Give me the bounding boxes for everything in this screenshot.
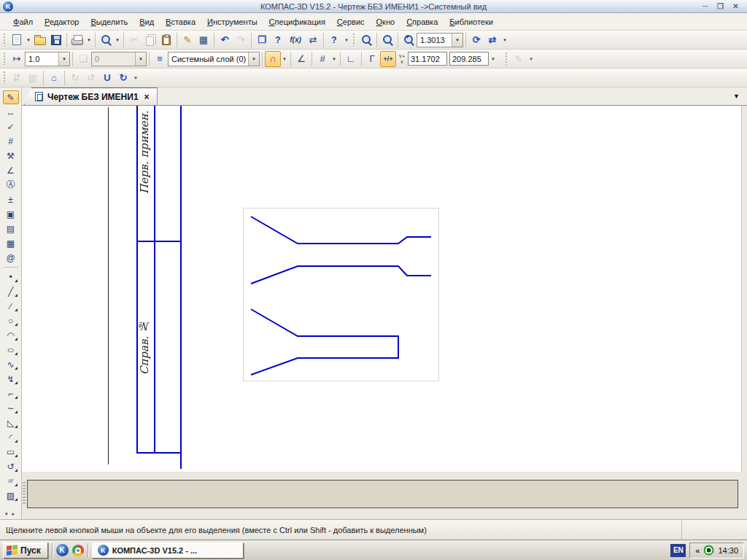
menu-help[interactable]: Справка: [400, 15, 444, 29]
drawing-canvas[interactable]: Перв. примен. Справ. №: [22, 106, 742, 472]
menu-tools[interactable]: Инструменты: [201, 15, 263, 29]
new-document-dropdown[interactable]: ▾: [25, 32, 32, 48]
layers-manager-button[interactable]: ≡: [152, 51, 168, 67]
tool-insertions[interactable]: @: [3, 251, 19, 265]
toolbar-overflow-button[interactable]: ▾: [527, 51, 535, 67]
zoom-scale-combo[interactable]: 1.3013 ▾: [417, 33, 463, 47]
update-links-button[interactable]: U: [99, 70, 115, 86]
frame-line-vertical-2[interactable]: [154, 106, 155, 454]
chevron-down-icon[interactable]: ▾: [248, 52, 259, 66]
menu-view[interactable]: Вид: [133, 15, 160, 29]
chevron-down-icon[interactable]: ▾: [58, 52, 69, 66]
menu-specification[interactable]: Спецификация: [263, 15, 331, 29]
menu-file[interactable]: Файл: [7, 15, 39, 29]
tool-selection[interactable]: ±: [3, 192, 19, 206]
tray-chevron-icon[interactable]: «: [695, 546, 700, 555]
menu-insert[interactable]: Вставка: [160, 15, 201, 29]
zoom-in-button[interactable]: +: [400, 32, 417, 48]
tool-geometry[interactable]: ✎: [3, 90, 19, 104]
properties-button[interactable]: ▦: [196, 32, 212, 48]
tool-continuous-input[interactable]: ⌐: [3, 386, 19, 400]
toolbar-grip[interactable]: [352, 34, 355, 46]
menu-select[interactable]: Выделить: [85, 15, 133, 29]
lower-profile-line[interactable]: [251, 309, 398, 375]
tool-measure[interactable]: Ⓐ: [3, 178, 19, 192]
menu-editor[interactable]: Редактор: [39, 15, 85, 29]
snap-magnet-dropdown[interactable]: ▾: [281, 51, 288, 67]
upper-profile-top-line[interactable]: [251, 217, 431, 244]
minimize-icon[interactable]: ─: [700, 2, 711, 10]
save-button[interactable]: [48, 32, 64, 48]
tool-hatch[interactable]: ▨: [3, 489, 19, 502]
snap-magnet-button[interactable]: ∩: [265, 51, 281, 67]
tool-views[interactable]: ▣: [3, 207, 19, 221]
local-cs-button[interactable]: ∟: [343, 51, 359, 67]
toolbar-overflow-button[interactable]: ▾: [500, 32, 509, 48]
tool-fillet[interactable]: ◜: [3, 430, 19, 444]
tool-arc[interactable]: ◠: [3, 328, 19, 342]
language-indicator[interactable]: EN: [670, 544, 686, 557]
tool-segment[interactable]: ∕: [3, 299, 19, 313]
tool-collect-contour[interactable]: ↺: [3, 459, 19, 473]
quicklaunch-chrome-icon[interactable]: [72, 545, 84, 556]
current-step-button[interactable]: ↦: [9, 51, 25, 67]
tool-hatch-lines[interactable]: ///: [3, 474, 19, 488]
tool-designations[interactable]: ✓: [3, 120, 19, 133]
zoom-area-button[interactable]: [379, 32, 395, 48]
app-logo-icon[interactable]: K: [3, 1, 13, 12]
help-topics-button[interactable]: ?: [270, 32, 286, 48]
print-preview-dropdown[interactable]: ▾: [114, 32, 121, 48]
tool-reports[interactable]: ▦: [3, 236, 19, 250]
toolbar-overflow-button[interactable]: ▾: [342, 32, 351, 48]
toolbar-overflow-button[interactable]: ▾: [131, 70, 140, 86]
tool-point[interactable]: •: [3, 270, 19, 284]
tool-chamfer[interactable]: ◺: [3, 416, 19, 429]
restore-icon[interactable]: ❐: [715, 2, 726, 10]
tab-drawing[interactable]: Чертеж БЕЗ ИМЕНИ1 ×: [24, 88, 158, 105]
close-icon[interactable]: ✕: [730, 2, 741, 10]
step-combo[interactable]: 1.0 ▾: [25, 52, 70, 66]
panel-overflow-button[interactable]: ▾ ▸: [5, 511, 16, 517]
tool-polyline-lightning[interactable]: ↯: [3, 372, 19, 386]
coordinate-x-input[interactable]: [408, 52, 447, 66]
part-drawing-region[interactable]: [243, 208, 439, 381]
frame-line-vertical-3[interactable]: [180, 106, 182, 469]
angle-snap-button[interactable]: ∠: [293, 51, 309, 67]
chevron-down-icon[interactable]: ▾: [452, 34, 462, 47]
tool-rectangle[interactable]: ▭: [3, 445, 19, 459]
layer-name-combo[interactable]: Системный слой (0) ▾: [168, 52, 260, 66]
coordinate-y-input[interactable]: [449, 52, 489, 66]
frame-line-horizontal-2[interactable]: [136, 452, 182, 454]
property-bar-grip[interactable]: [23, 482, 26, 505]
start-button[interactable]: Пуск: [3, 542, 48, 559]
toolbar-grip[interactable]: [3, 34, 6, 46]
tool-parametrization[interactable]: ∠: [3, 163, 19, 177]
window-manager-button[interactable]: ❐: [254, 32, 270, 48]
variables-button[interactable]: f(x): [286, 32, 305, 48]
copy-properties-button[interactable]: ✎: [179, 32, 196, 48]
tool-circle[interactable]: ○: [3, 314, 19, 327]
rounding-button[interactable]: +/+: [380, 51, 396, 67]
undo-button[interactable]: ↶: [217, 32, 233, 48]
context-help-button[interactable]: ?: [326, 32, 342, 48]
upper-profile-bottom-line[interactable]: [251, 266, 431, 284]
print-dropdown[interactable]: ▾: [85, 32, 93, 48]
refresh-doc-button[interactable]: ↻: [115, 70, 131, 86]
toolbar-overflow-button[interactable]: ▾: [489, 51, 498, 67]
tool-specification[interactable]: ▤: [3, 222, 19, 236]
tool-ellipse[interactable]: ○: [3, 343, 19, 357]
taskbar-task-kompas[interactable]: K КОМПАС-3D V15.2 - ...: [92, 542, 244, 559]
menu-window[interactable]: Окно: [371, 15, 401, 29]
tray-kompas-icon[interactable]: [703, 545, 714, 556]
exchange-button[interactable]: ⇄: [305, 32, 321, 48]
refresh-view-button[interactable]: ⇄: [484, 32, 500, 48]
tool-curve[interactable]: ∼: [3, 401, 19, 415]
tool-auxiliary-line[interactable]: ╱: [3, 284, 19, 298]
tab-close-icon[interactable]: ×: [143, 92, 150, 102]
zoom-frame-button[interactable]: [358, 32, 374, 48]
print-preview-button[interactable]: [98, 32, 114, 48]
grid-dropdown[interactable]: ▾: [330, 51, 338, 67]
tool-dimensions[interactable]: ↔: [3, 105, 19, 119]
toolbar-grip[interactable]: [505, 52, 508, 65]
rebuild-button[interactable]: ⟳: [468, 32, 484, 48]
